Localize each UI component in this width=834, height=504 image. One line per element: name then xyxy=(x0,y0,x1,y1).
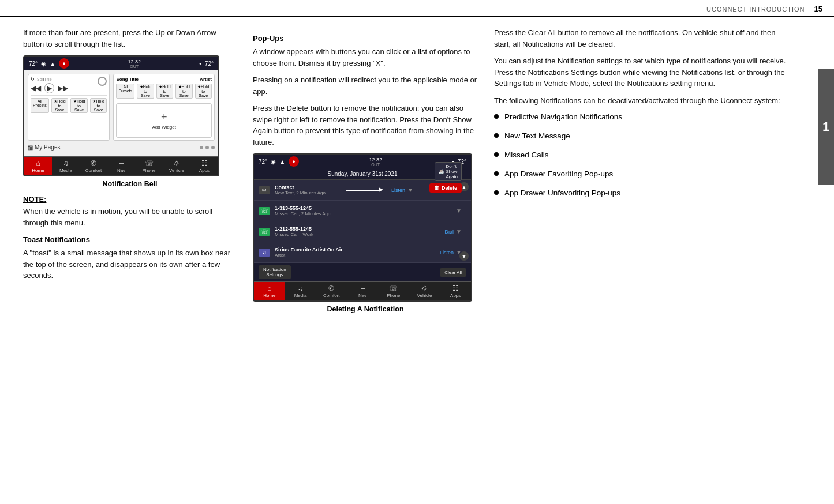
screen1-left-info: 72° ◉ ▲ ● xyxy=(29,58,69,69)
nav-home[interactable]: ⌂ Home xyxy=(24,157,52,175)
screen2-nav-apps[interactable]: ☷ Apps xyxy=(440,282,471,300)
my-pages-area: ▩ My Pages xyxy=(28,144,60,151)
bullet-4 xyxy=(494,171,499,176)
screen1-caption: Notification Bell xyxy=(23,180,237,188)
hold-save-3[interactable]: ★Holdto Save xyxy=(90,98,107,113)
song-header: Song Title Artist xyxy=(116,77,212,82)
screen2-home-label: Home xyxy=(263,293,275,298)
screen2-media-icon: ♫ xyxy=(298,284,303,292)
notif-sub-1: New Text, 2 Minutes Ago xyxy=(275,190,387,195)
notification-row-4[interactable]: ♫ Sirius Favorite Artist On Air Artist L… xyxy=(254,242,471,263)
nav-comfort[interactable]: ✆ Comfort xyxy=(80,157,107,175)
screen2-nav-nav[interactable]: ⎼ Nav xyxy=(347,282,378,300)
bullet-1 xyxy=(494,114,499,119)
hold-r1[interactable]: ★Holdto Save xyxy=(137,84,154,99)
screen1-temp-right: 72° xyxy=(205,61,214,67)
all-presets-btn[interactable]: AllPresets xyxy=(31,98,49,113)
hold-r2[interactable]: ★Holdto Save xyxy=(156,84,173,99)
scroll-down-btn[interactable]: ▼ xyxy=(459,251,469,261)
hold-save-2[interactable]: ★Holdto Save xyxy=(70,98,88,113)
notification-settings-btn[interactable]: NotificationSettings xyxy=(259,265,291,279)
nav-media[interactable]: ♫ Media xyxy=(52,157,80,175)
screen-mockup-2: 72° ◉ ▲ ● 12:32 OUT • 72° Sunday, Januar… xyxy=(253,153,472,302)
note-text: When the vehicle is in motion, you will … xyxy=(23,206,237,228)
list-item-1: Predictive Navigation Notifications xyxy=(494,112,794,123)
phone-icon: ☏ xyxy=(145,159,154,167)
nav-vehicle[interactable]: ⛭ Vehicle xyxy=(163,157,190,175)
clear-all-btn[interactable]: Clear All xyxy=(440,268,466,277)
screen2-media-label: Media xyxy=(294,293,307,298)
right-para-1: Press the Clear All button to remove all… xyxy=(494,27,794,50)
notification-row-3[interactable]: ☏ 1-212-555-1245 Missed Call - Work Dial… xyxy=(254,221,471,242)
prev-icon[interactable]: ◀◀ xyxy=(31,84,41,92)
next-icon[interactable]: ▶▶ xyxy=(58,84,68,92)
nav-home-label: Home xyxy=(32,168,44,173)
bluetooth-icon: ▲ xyxy=(50,61,55,67)
screen1-time: 12:32 xyxy=(128,59,141,65)
notification-row-2[interactable]: ☏ 1-313-555-1245 Missed Call, 2 Minutes … xyxy=(254,201,471,221)
plus-icon: + xyxy=(161,111,167,123)
screen2-out-label: OUT xyxy=(371,163,380,167)
song-title-label: Song Title xyxy=(116,77,139,82)
all-presets-right[interactable]: AllPresets xyxy=(116,84,134,99)
screen2-nav-home[interactable]: ⌂ Home xyxy=(254,282,285,300)
notif-action-1[interactable]: Listen xyxy=(391,187,405,193)
screen2-caption: Deleting A Notification xyxy=(253,305,478,313)
note-label: NOTE: xyxy=(23,195,237,204)
message-icon-1: ✉ xyxy=(259,186,270,194)
list-item-5: App Drawer Unfavoriting Pop-ups xyxy=(494,188,794,199)
trash-icon: 🗑 xyxy=(434,185,439,191)
nav-media-label: Media xyxy=(59,168,72,173)
screen1-time-block: 12:32 OUT xyxy=(128,59,141,69)
chapter-number: 1 xyxy=(822,119,829,134)
notif-action-4[interactable]: Listen xyxy=(440,250,454,255)
screen2-nav-comfort[interactable]: ✆ Comfort xyxy=(316,282,347,300)
progress-bar xyxy=(31,95,107,96)
notif-arrow-2: ▼ xyxy=(456,208,462,214)
notif-sub-4: Artist xyxy=(275,253,435,258)
screen2-nav-phone[interactable]: ☏ Phone xyxy=(378,282,409,300)
screen2-time-block: 12:32 OUT xyxy=(369,157,382,167)
nav-phone[interactable]: ☏ Phone xyxy=(135,157,163,175)
delete-btn[interactable]: 🗑 Delete xyxy=(429,183,462,193)
screen2-temp: 72° xyxy=(259,159,267,165)
play-icon[interactable]: ▶ xyxy=(44,83,54,93)
music-widget: ↻ So▮Title ◀◀ ▶ ▶▶ AllPresets ★Holdto xyxy=(28,74,110,141)
dont-show-again-btn[interactable]: ☕ Don't Show Again xyxy=(435,162,462,181)
screen2-home-icon: ⌂ xyxy=(267,284,271,292)
list-item-4: App Drawer Favoriting Pop-ups xyxy=(494,169,794,180)
screen2-wifi-icon: ◉ xyxy=(271,159,276,165)
nav-apps[interactable]: ☷ Apps xyxy=(190,157,218,175)
bullet-5 xyxy=(494,190,499,195)
notif-sub-3: Missed Call - Work xyxy=(275,232,440,237)
notification-row-1[interactable]: ✉ Contact New Text, 2 Minutes Ago Listen… xyxy=(254,180,471,201)
add-widget-label: Add Widget xyxy=(152,125,176,130)
screen2-nav-media[interactable]: ♫ Media xyxy=(285,282,316,300)
list-item-label-2: New Text Message xyxy=(504,131,570,142)
hold-r4[interactable]: ★Holdto Save xyxy=(195,84,212,99)
bullet-2 xyxy=(494,133,499,138)
bullet-3 xyxy=(494,152,499,157)
hold-r3[interactable]: ★Holdto Save xyxy=(175,84,192,99)
song-widget: Song Title Artist AllPresets ★Holdto Sav… xyxy=(113,74,215,141)
nav-nav[interactable]: ⎼ Nav xyxy=(107,157,135,175)
home-icon: ⌂ xyxy=(36,159,40,167)
comfort-icon: ✆ xyxy=(91,159,96,167)
screen2-vehicle-label: Vehicle xyxy=(417,293,432,298)
add-widget-box[interactable]: + Add Widget xyxy=(116,103,212,138)
media-icon: ♫ xyxy=(63,159,69,167)
add-widget-area: + Add Widget xyxy=(116,103,212,138)
list-item-label-5: App Drawer Unfavoriting Pop-ups xyxy=(504,188,620,199)
artist-label: Artist xyxy=(200,77,212,82)
hold-save-1[interactable]: ★Holdto Save xyxy=(51,98,69,113)
notif-action-3[interactable]: Dial xyxy=(445,229,454,235)
screen2-nav-vehicle[interactable]: ⛭ Vehicle xyxy=(409,282,440,300)
notif-title-4: Sirius Favorite Artist On Air xyxy=(275,247,435,253)
right-column: Press the Clear All button to remove all… xyxy=(494,27,811,319)
list-item-label-4: App Drawer Favoriting Pop-ups xyxy=(504,169,613,180)
notif-arrow-3: ▼ xyxy=(456,228,462,235)
popup-text-1: A window appears with buttons you can cl… xyxy=(253,46,478,69)
preset-row-left: AllPresets ★Holdto Save ★Holdto Save ★Ho… xyxy=(31,98,107,113)
circle-icon: ☕ xyxy=(439,169,444,174)
screen1-temp: 72° xyxy=(29,61,38,67)
